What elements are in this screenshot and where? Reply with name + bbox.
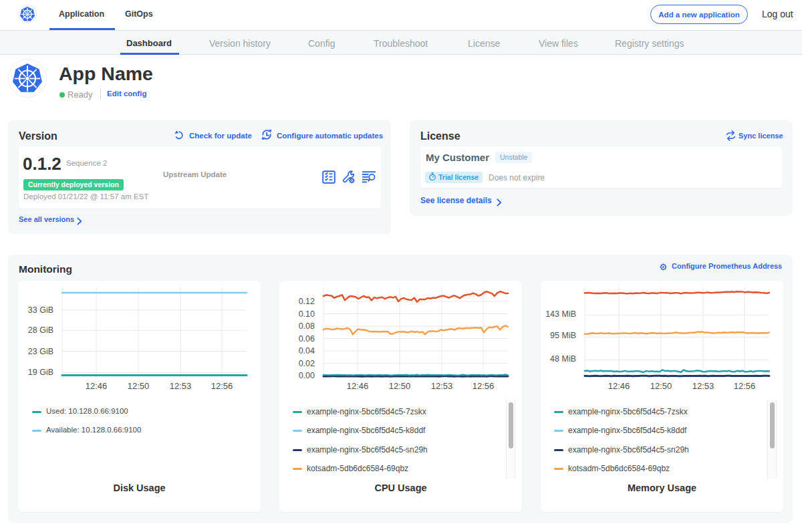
svg-text:12:50: 12:50 [389,381,411,391]
svg-text:0.00: 0.00 [299,371,315,380]
svg-text:33 GiB: 33 GiB [28,305,53,315]
svg-text:12:56: 12:56 [473,381,495,391]
svg-text:12:56: 12:56 [734,381,756,391]
svg-text:12:50: 12:50 [128,381,150,391]
svg-text:28 GiB: 28 GiB [28,325,53,335]
svg-text:12:53: 12:53 [431,381,453,391]
svg-text:48 MiB: 48 MiB [550,354,576,364]
svg-text:0.10: 0.10 [299,309,315,319]
svg-text:143 MiB: 143 MiB [545,309,576,319]
svg-text:12:46: 12:46 [347,381,369,391]
svg-text:12:50: 12:50 [650,381,672,391]
svg-text:12:46: 12:46 [608,381,630,391]
svg-text:0.08: 0.08 [299,321,315,331]
svg-text:0.06: 0.06 [299,334,315,344]
svg-text:0.02: 0.02 [299,359,315,368]
svg-text:0.12: 0.12 [299,297,315,306]
svg-text:12:53: 12:53 [692,381,714,391]
svg-text:0.04: 0.04 [299,346,315,356]
svg-text:95 MiB: 95 MiB [550,331,576,340]
svg-text:12:56: 12:56 [211,381,233,391]
svg-text:23 GiB: 23 GiB [28,347,53,356]
svg-text:12:46: 12:46 [86,381,108,391]
svg-text:19 GiB: 19 GiB [28,368,53,377]
svg-text:12:53: 12:53 [170,381,192,391]
